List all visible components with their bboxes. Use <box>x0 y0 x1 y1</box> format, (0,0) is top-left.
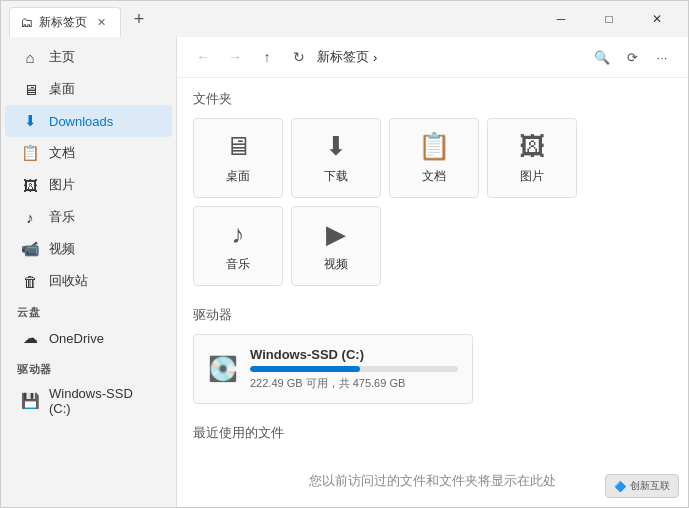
sidebar-item-documents[interactable]: 📋 文档 <box>5 137 172 169</box>
tab-icon: 🗂 <box>20 15 33 30</box>
drives-section-title: 驱动器 <box>193 306 672 324</box>
tab-label: 新标签页 <box>39 14 87 31</box>
drive-c-name: Windows-SSD (C:) <box>250 347 458 362</box>
main-area: ⌂ 主页 🖥 桌面 ⬇ Downloads 📋 文档 🖼 图片 ♪ 音乐 📹 视… <box>1 37 688 507</box>
music-icon: ♪ <box>21 209 39 226</box>
drive-c[interactable]: 💽 Windows-SSD (C:) 222.49 GB 可用，共 475.69… <box>193 334 473 404</box>
breadcrumb-text: 新标签页 <box>317 48 369 66</box>
folder-videos[interactable]: ▶ 视频 <box>291 206 381 286</box>
sidebar-item-desktop[interactable]: 🖥 桌面 <box>5 73 172 105</box>
breadcrumb: 新标签页 › <box>317 48 584 66</box>
sidebar-label-downloads: Downloads <box>49 114 113 129</box>
downloads-icon: ⬇ <box>21 112 39 130</box>
trash-icon: 🗑 <box>21 273 39 290</box>
drive-c-info: Windows-SSD (C:) 222.49 GB 可用，共 475.69 G… <box>250 347 458 391</box>
drive-c-progress-bar <box>250 366 458 372</box>
sidebar-label-cdrive: Windows-SSD (C:) <box>49 386 156 416</box>
sidebar-label-trash: 回收站 <box>49 272 88 290</box>
folders-section-title: 文件夹 <box>193 90 672 108</box>
sidebar-label-desktop: 桌面 <box>49 80 75 98</box>
sidebar-label-pictures: 图片 <box>49 176 75 194</box>
drives-section-label: 驱动器 <box>1 354 176 379</box>
sidebar-item-downloads[interactable]: ⬇ Downloads <box>5 105 172 137</box>
toolbar-right: 🔍 ⟳ ··· <box>588 43 676 71</box>
folder-documents-label: 文档 <box>422 168 446 185</box>
cdrive-icon: 💾 <box>21 392 39 410</box>
sidebar-item-home[interactable]: ⌂ 主页 <box>5 41 172 73</box>
folder-desktop[interactable]: 🖥 桌面 <box>193 118 283 198</box>
refresh-button[interactable]: ↻ <box>285 43 313 71</box>
watermark: 🔷 创新互联 <box>605 474 679 498</box>
active-tab[interactable]: 🗂 新标签页 ✕ <box>9 7 121 37</box>
folder-pictures-label: 图片 <box>520 168 544 185</box>
home-icon: ⌂ <box>21 49 39 66</box>
more-options-button[interactable]: ··· <box>648 43 676 71</box>
recent-empty-message: 您以前访问过的文件和文件夹将显示在此处 <box>193 452 672 507</box>
drive-c-icon: 💽 <box>208 355 238 383</box>
folder-videos-label: 视频 <box>324 256 348 273</box>
folder-music[interactable]: ♪ 音乐 <box>193 206 283 286</box>
address-bar: ← → ↑ ↻ 新标签页 › 🔍 ⟳ ··· <box>177 37 688 78</box>
folder-grid: 🖥 桌面 ⬇ 下载 📋 文档 🖼 图片 ♪ 音乐 <box>193 118 672 286</box>
watermark-text: 创新互联 <box>630 479 670 493</box>
sidebar-item-onedrive[interactable]: ☁ OneDrive <box>5 322 172 354</box>
sidebar-label-home: 主页 <box>49 48 75 66</box>
sidebar-label-documents: 文档 <box>49 144 75 162</box>
folder-pictures-icon: 🖼 <box>519 131 545 162</box>
tab-area: 🗂 新标签页 ✕ + <box>9 1 538 37</box>
desktop-icon: 🖥 <box>21 81 39 98</box>
folder-downloads-label: 下载 <box>324 168 348 185</box>
title-bar: 🗂 新标签页 ✕ + ─ □ ✕ <box>1 1 688 37</box>
content-area: ← → ↑ ↻ 新标签页 › 🔍 ⟳ ··· 文件夹 🖥 桌面 <box>176 37 688 507</box>
search-button[interactable]: 🔍 <box>588 43 616 71</box>
window-controls: ─ □ ✕ <box>538 1 680 37</box>
back-button[interactable]: ← <box>189 43 217 71</box>
folder-downloads-icon: ⬇ <box>325 131 347 162</box>
sidebar-label-music: 音乐 <box>49 208 75 226</box>
minimize-button[interactable]: ─ <box>538 1 584 37</box>
tab-close-button[interactable]: ✕ <box>93 14 110 31</box>
folder-pictures[interactable]: 🖼 图片 <box>487 118 577 198</box>
folder-music-label: 音乐 <box>226 256 250 273</box>
up-button[interactable]: ↑ <box>253 43 281 71</box>
recent-section-title: 最近使用的文件 <box>193 424 672 442</box>
folder-documents-icon: 📋 <box>418 131 450 162</box>
folder-music-icon: ♪ <box>232 219 245 250</box>
folder-videos-icon: ▶ <box>326 219 346 250</box>
refresh-icon-btn[interactable]: ⟳ <box>618 43 646 71</box>
sidebar-item-music[interactable]: ♪ 音乐 <box>5 201 172 233</box>
folder-desktop-icon: 🖥 <box>225 131 251 162</box>
sidebar-item-videos[interactable]: 📹 视频 <box>5 233 172 265</box>
videos-icon: 📹 <box>21 240 39 258</box>
cloud-section-label: 云盘 <box>1 297 176 322</box>
drive-c-progress-fill <box>250 366 360 372</box>
sidebar-item-trash[interactable]: 🗑 回收站 <box>5 265 172 297</box>
folder-documents[interactable]: 📋 文档 <box>389 118 479 198</box>
sidebar-item-pictures[interactable]: 🖼 图片 <box>5 169 172 201</box>
onedrive-icon: ☁ <box>21 329 39 347</box>
maximize-button[interactable]: □ <box>586 1 632 37</box>
folder-downloads[interactable]: ⬇ 下载 <box>291 118 381 198</box>
folder-desktop-label: 桌面 <box>226 168 250 185</box>
sidebar: ⌂ 主页 🖥 桌面 ⬇ Downloads 📋 文档 🖼 图片 ♪ 音乐 📹 视… <box>1 37 176 507</box>
forward-button[interactable]: → <box>221 43 249 71</box>
sidebar-label-onedrive: OneDrive <box>49 331 104 346</box>
breadcrumb-arrow: › <box>373 50 377 65</box>
drive-c-space: 222.49 GB 可用，共 475.69 GB <box>250 376 458 391</box>
close-button[interactable]: ✕ <box>634 1 680 37</box>
pictures-icon: 🖼 <box>21 177 39 194</box>
documents-icon: 📋 <box>21 144 39 162</box>
watermark-icon: 🔷 <box>614 481 626 492</box>
new-tab-button[interactable]: + <box>125 5 153 33</box>
sidebar-item-cdrive[interactable]: 💾 Windows-SSD (C:) <box>5 379 172 423</box>
content-scroll: 文件夹 🖥 桌面 ⬇ 下载 📋 文档 🖼 图片 <box>177 78 688 507</box>
sidebar-label-videos: 视频 <box>49 240 75 258</box>
